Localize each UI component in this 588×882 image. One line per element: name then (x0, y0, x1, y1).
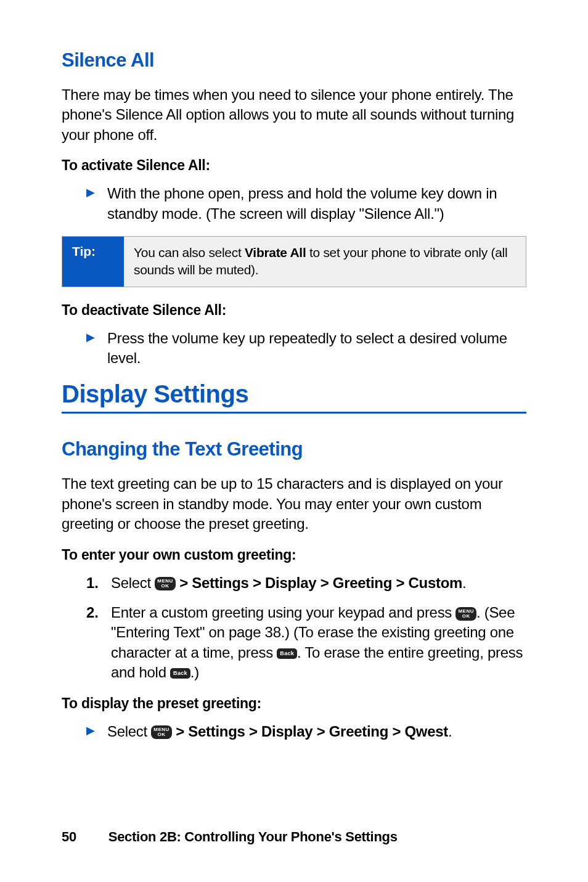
menu-ok-key-icon: MENUOK (455, 607, 476, 621)
step1-post: . (462, 574, 466, 591)
list-item: ▶ Select MENUOK > Settings > Display > G… (86, 722, 526, 741)
tip-text-bold: Vibrate All (245, 245, 306, 259)
activate-instruction: With the phone open, press and hold the … (107, 184, 526, 224)
triangle-bullet-icon: ▶ (86, 722, 95, 740)
intro-silence-all: There may be times when you need to sile… (62, 85, 526, 145)
menu-ok-key-icon: MENUOK (155, 577, 176, 590)
list-item: 1. Select MENUOK > Settings > Display > … (86, 573, 526, 593)
step2-pre: Enter a custom greeting using your keypa… (111, 604, 455, 621)
triangle-bullet-icon: ▶ (86, 329, 95, 346)
label-custom-greeting: To enter your own custom greeting: (62, 547, 526, 563)
menu-ok-key-icon: MENUOK (151, 725, 172, 739)
step2-post: .) (190, 664, 199, 680)
step1-path: > Settings > Display > Greeting > Custom (176, 574, 462, 591)
tip-callout: Tip: You can also select Vibrate All to … (62, 236, 526, 287)
step-number: 2. (86, 603, 99, 623)
footer-section-title: Section 2B: Controlling Your Phone's Set… (108, 829, 398, 844)
preset-pre: Select (107, 723, 151, 740)
list-item: ▶ Press the volume key up repeatedly to … (86, 329, 526, 369)
back-key-icon: Back (277, 648, 297, 659)
tip-content: You can also select Vibrate All to set y… (124, 237, 526, 287)
step2-text: Enter a custom greeting using your keypa… (111, 603, 526, 683)
list-item: ▶ With the phone open, press and hold th… (86, 184, 526, 224)
list-item: 2. Enter a custom greeting using your ke… (86, 603, 526, 683)
heading-silence-all: Silence All (62, 49, 526, 71)
page-footer: 50 Section 2B: Controlling Your Phone's … (62, 829, 398, 845)
deactivate-instruction: Press the volume key up repeatedly to se… (107, 329, 526, 369)
heading-display-settings: Display Settings (62, 380, 526, 414)
tip-label: Tip: (62, 237, 124, 287)
back-key-icon: Back (170, 668, 190, 679)
label-preset-greeting: To display the preset greeting: (62, 695, 526, 712)
step1-text: Select MENUOK > Settings > Display > Gre… (111, 573, 466, 593)
tip-text-pre: You can also select (134, 245, 245, 259)
preset-instruction: Select MENUOK > Settings > Display > Gre… (107, 722, 452, 741)
preset-path: > Settings > Display > Greeting > Qwest (172, 723, 448, 740)
page-number: 50 (62, 829, 105, 845)
step-number: 1. (86, 573, 99, 593)
label-activate: To activate Silence All: (62, 157, 526, 174)
label-deactivate: To deactivate Silence All: (62, 302, 526, 319)
step1-pre: Select (111, 574, 155, 591)
triangle-bullet-icon: ▶ (86, 184, 95, 202)
intro-text-greeting: The text greeting can be up to 15 charac… (62, 474, 526, 534)
heading-text-greeting: Changing the Text Greeting (62, 438, 526, 460)
preset-post: . (448, 723, 452, 740)
